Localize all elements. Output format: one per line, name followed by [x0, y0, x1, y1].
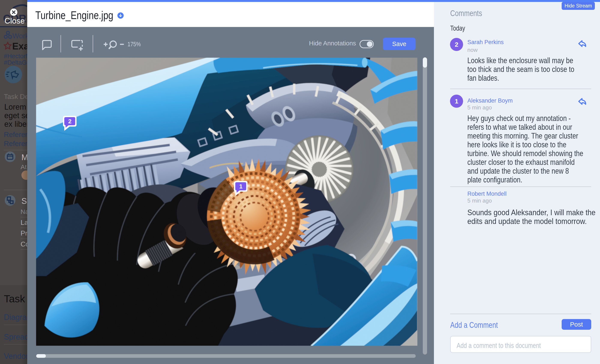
svg-text:1: 1: [239, 183, 243, 190]
svg-text:2: 2: [68, 118, 72, 125]
